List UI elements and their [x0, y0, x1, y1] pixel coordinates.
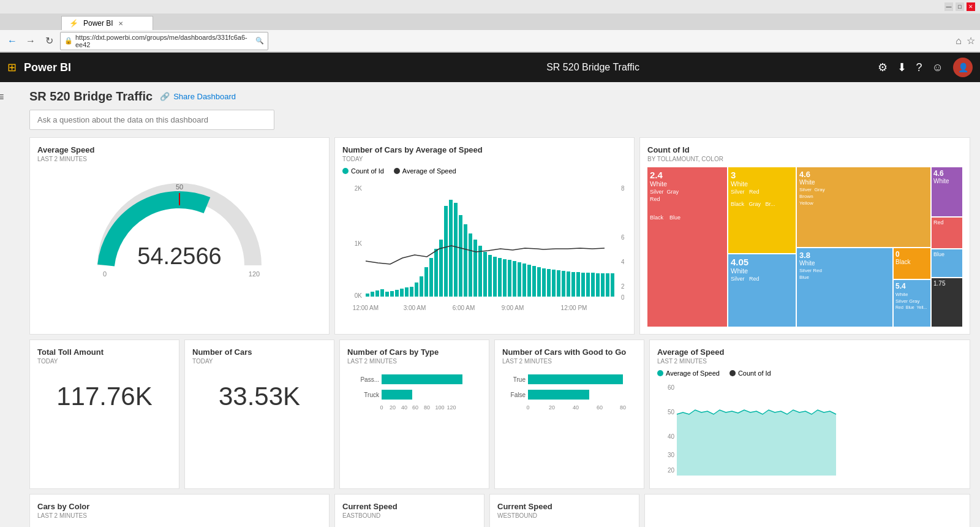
share-label: Share Dashboard — [173, 92, 236, 101]
svg-rect-46 — [527, 265, 531, 297]
count-id-title: Count of Id — [647, 145, 962, 154]
treemap-cell-11[interactable]: 1.75 — [932, 278, 962, 327]
count-legend-dot — [342, 168, 349, 174]
favorites-icon[interactable]: ☆ — [967, 35, 975, 47]
cars-good-to-go-tile: Number of Cars with Good to Go LAST 2 MI… — [494, 339, 644, 489]
svg-text:False: False — [511, 392, 526, 398]
svg-text:20: 20 — [549, 404, 555, 411]
cars-type-chart: Pass... Truck 0 20 40 60 80 100 120 — [347, 370, 482, 419]
cars-color-subtitle: LAST 2 MINUTES — [37, 512, 322, 519]
treemap-cell-8[interactable]: 4.6 White — [932, 167, 962, 216]
speed-legend-label: Average of Speed — [402, 167, 456, 175]
avg-speed-right-content — [652, 502, 962, 527]
download-button[interactable]: ⬇ — [897, 61, 907, 74]
nav-dashboard-title: SR 520 Bridge Traffic — [309, 62, 878, 73]
svg-rect-22 — [410, 287, 413, 297]
count-of-id-tile: Count of Id BY TOLLAMOUNT, COLOR 2.4 Whi… — [639, 137, 970, 335]
help-button[interactable]: ? — [916, 61, 922, 74]
speed-eb-title: Current Speed — [342, 502, 477, 511]
speed-wb-gauge: 50 0 120 50 — [497, 524, 631, 527]
count-id-subtitle: BY TOLLAMOUNT, COLOR — [647, 156, 962, 162]
tab-bar: ⚡ Power BI ✕ — [0, 13, 980, 30]
svg-rect-49 — [542, 268, 546, 297]
svg-text:40: 40 — [573, 404, 579, 411]
grid-icon[interactable]: ⊞ — [7, 61, 17, 74]
treemap-cell-10[interactable]: Blue — [932, 249, 962, 277]
svg-rect-16 — [380, 289, 384, 297]
nav-actions: ⚙ ⬇ ? ☺ 👤 — [878, 58, 973, 77]
svg-rect-23 — [415, 282, 418, 297]
svg-rect-15 — [375, 290, 379, 297]
sidebar-toggle[interactable]: ≡ — [0, 91, 4, 104]
good-to-go-chart: True False 0 20 40 60 80 — [502, 370, 637, 419]
qa-input[interactable] — [29, 110, 274, 130]
treemap-col-4: 4.6 White Red Blue 1.75 — [932, 167, 962, 327]
close-button[interactable]: ✕ — [967, 2, 975, 11]
svg-text:60: 60 — [412, 404, 418, 411]
settings-button[interactable]: ⚙ — [878, 61, 888, 74]
browser-chrome: — □ ✕ ⚡ Power BI ✕ ← → ↻ 🔒 https://dxt.p… — [0, 0, 980, 53]
treemap-col-3: 4.6 White Silver GrayBrownYellow 3.8 Whi… — [797, 167, 930, 327]
tab-favicon: ⚡ — [69, 19, 78, 28]
feedback-button[interactable]: ☺ — [932, 61, 943, 74]
cars-speed-subtitle: TODAY — [342, 156, 627, 162]
svg-rect-17 — [385, 292, 389, 297]
number-cars-tile: Number of Cars TODAY 33.53K — [184, 339, 334, 489]
dashboard-header: SR 520 Bridge Traffic 🔗 Share Dashboard — [10, 89, 970, 104]
gauge-svg: 50 54.2566 0 120 — [88, 173, 271, 278]
treemap-cell-2[interactable]: 3 White Silver Red Black Gray Br... — [728, 167, 796, 253]
tab-close-button[interactable]: ✕ — [118, 20, 123, 27]
treemap-col-1: 2.4 White Silver Gray Red Black Blue — [647, 167, 727, 327]
treemap-cell-6[interactable]: 0 Black — [894, 248, 930, 279]
cars-type-subtitle: LAST 2 MINUTES — [347, 358, 481, 365]
share-dashboard-button[interactable]: 🔗 Share Dashboard — [160, 92, 236, 101]
svg-rect-18 — [390, 291, 394, 297]
svg-rect-24 — [420, 276, 423, 297]
count-legend-label: Count of Id — [351, 167, 384, 175]
treemap-cell-7[interactable]: 5.4 White Silver Gray Red Blue Yell... — [894, 280, 930, 327]
active-tab[interactable]: ⚡ Power BI ✕ — [61, 16, 153, 30]
cars-type-title: Number of Cars by Type — [347, 347, 481, 357]
browser-controls: — □ ✕ — [944, 2, 975, 11]
home-icon[interactable]: ⌂ — [956, 36, 962, 47]
treemap-cell-3[interactable]: 4.05 White Silver Red — [728, 254, 796, 327]
minimize-button[interactable]: — — [944, 2, 953, 11]
avg-speed-legend: Average of Speed Count of Id — [657, 370, 962, 377]
forward-button[interactable]: → — [23, 34, 38, 48]
current-speed-eb-tile: Current Speed EASTBOUND 50 0 120 50 — [334, 494, 484, 527]
total-toll-title: Total Toll Amount — [37, 347, 172, 357]
refresh-button[interactable]: ↻ — [42, 34, 56, 48]
svg-rect-38 — [488, 255, 492, 297]
speed-wb-title: Current Speed — [497, 502, 631, 511]
avg-speed-subtitle: LAST 2 MINUTES — [37, 156, 322, 162]
svg-text:60: 60 — [668, 384, 675, 391]
num-cars-title: Number of Cars — [192, 347, 326, 357]
svg-text:60: 60 — [621, 234, 624, 241]
svg-rect-20 — [400, 289, 404, 297]
svg-text:6:00 AM: 6:00 AM — [453, 305, 475, 311]
svg-text:0: 0 — [103, 270, 107, 278]
speed-eb-gauge: 50 0 120 50 — [342, 524, 477, 527]
svg-text:20: 20 — [390, 404, 396, 411]
avatar[interactable]: 👤 — [953, 58, 973, 77]
treemap-cell-9[interactable]: Red — [932, 218, 962, 248]
svg-text:50: 50 — [176, 183, 183, 191]
back-button[interactable]: ← — [5, 34, 20, 48]
num-cars-value: 33.53K — [192, 370, 326, 423]
address-bar[interactable]: 🔒 https://dxt.powerbi.com/groups/me/dash… — [60, 32, 268, 50]
maximize-button[interactable]: □ — [956, 2, 964, 11]
treemap-cell-1[interactable]: 2.4 White Silver Gray Red Black Blue — [647, 167, 727, 327]
svg-text:80: 80 — [621, 185, 624, 192]
treemap-cell-4[interactable]: 4.6 White Silver GrayBrownYellow — [797, 167, 930, 247]
speed-eb-subtitle: EASTBOUND — [342, 512, 477, 519]
svg-rect-53 — [562, 271, 565, 297]
svg-rect-42 — [508, 260, 511, 297]
count-id-dot — [729, 370, 736, 376]
svg-text:80: 80 — [424, 404, 430, 411]
svg-rect-26 — [429, 258, 433, 297]
svg-rect-83 — [528, 390, 589, 400]
svg-text:0K: 0K — [355, 292, 363, 299]
treemap-cell-5[interactable]: 3.8 White Silver RedBlue — [797, 248, 892, 327]
svg-text:40: 40 — [621, 259, 624, 265]
cars-speed-legend: Count of Id Average of Speed — [342, 167, 627, 175]
